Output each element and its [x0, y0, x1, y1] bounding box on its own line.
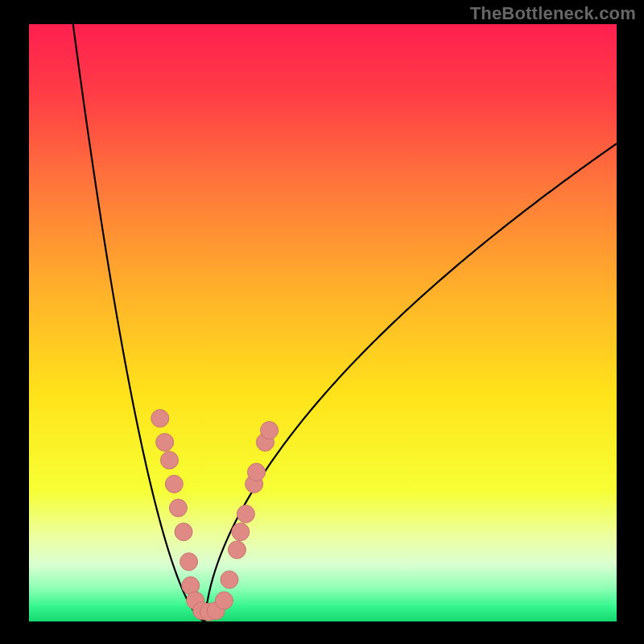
scatter-point [228, 541, 246, 559]
watermark-text: TheBottleneck.com [470, 3, 636, 24]
scatter-point [237, 505, 254, 522]
scatter-point [180, 553, 198, 571]
bottleneck-chart [0, 0, 644, 644]
scatter-point [151, 410, 169, 427]
chart-container: TheBottleneck.com [0, 0, 644, 644]
scatter-point [221, 571, 238, 588]
plot-background [29, 24, 617, 621]
scatter-point [160, 452, 178, 469]
scatter-point [215, 592, 233, 609]
scatter-point [248, 464, 266, 481]
scatter-point [165, 475, 183, 493]
scatter-point [232, 523, 250, 541]
scatter-point [261, 422, 279, 440]
scatter-point [156, 433, 174, 451]
scatter-point [169, 499, 187, 517]
scatter-point [175, 523, 192, 541]
